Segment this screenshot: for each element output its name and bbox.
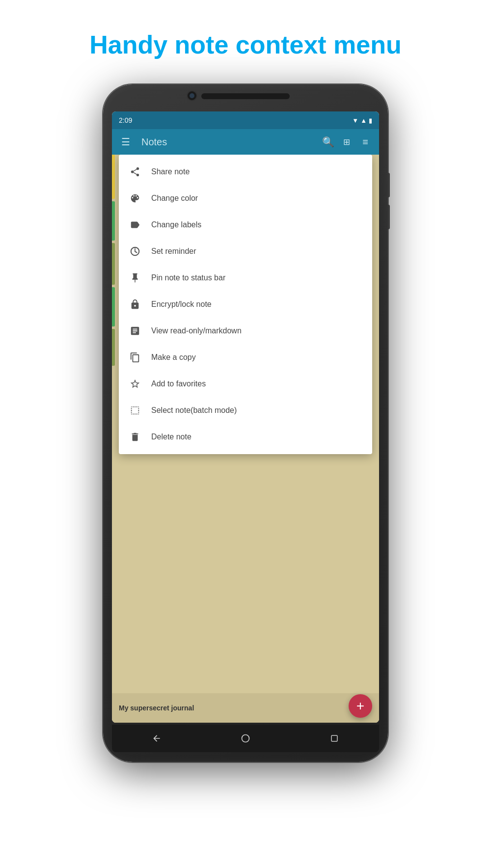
add-favorites-label: Add to favorites	[151, 380, 206, 388]
menu-item-set-reminder[interactable]: Set reminder	[119, 238, 372, 265]
status-icons: ▼ ▲ ▮	[352, 117, 372, 124]
menu-icon[interactable]: ☰	[119, 136, 133, 148]
share-note-label: Share note	[151, 167, 190, 176]
markdown-icon	[129, 325, 141, 337]
menu-item-select-note[interactable]: Select note(batch mode)	[119, 397, 372, 424]
pin-icon	[129, 271, 141, 284]
menu-item-change-labels[interactable]: Change labels	[119, 212, 372, 238]
encrypt-note-label: Encrypt/lock note	[151, 300, 212, 309]
nav-recent-button[interactable]	[326, 730, 343, 747]
menu-item-share[interactable]: Share note	[119, 159, 372, 185]
app-title: Notes	[141, 136, 316, 148]
pin-note-label: Pin note to status bar	[151, 273, 225, 282]
volume-down-btn	[388, 205, 390, 229]
make-copy-label: Make a copy	[151, 353, 196, 362]
svg-point-1	[135, 248, 136, 249]
set-reminder-label: Set reminder	[151, 247, 196, 256]
nav-back-button[interactable]	[148, 730, 165, 747]
alarm-icon	[129, 245, 141, 258]
page-heading: Handy note context menu	[70, 0, 421, 80]
notes-background: ★ ★ Share note	[112, 155, 379, 723]
note-strip-green2	[112, 287, 115, 326]
grid-view-icon[interactable]: ⊞	[340, 137, 354, 147]
phone-device: 2:09 ▼ ▲ ▮ ☰ Notes 🔍 ⊞ ≡ ★ ★	[103, 84, 388, 762]
change-color-label: Change color	[151, 194, 198, 203]
star-outline-icon	[129, 378, 141, 390]
view-markdown-label: View read-only/markdown	[151, 326, 242, 335]
wifi-icon: ▼	[352, 117, 358, 124]
volume-up-btn	[388, 173, 390, 197]
select-icon	[129, 404, 141, 417]
lock-icon	[129, 298, 141, 311]
delete-note-label: Delete note	[151, 433, 191, 441]
svg-rect-3	[331, 735, 337, 741]
share-icon	[129, 165, 141, 178]
note-strip-olive	[112, 243, 115, 285]
app-toolbar: ☰ Notes 🔍 ⊞ ≡	[112, 129, 379, 155]
navigation-bar	[112, 725, 379, 752]
menu-item-make-copy[interactable]: Make a copy	[119, 344, 372, 371]
copy-icon	[129, 351, 141, 364]
search-icon[interactable]: 🔍	[321, 136, 335, 148]
note-strip-green	[112, 201, 115, 241]
phone-speaker	[201, 93, 290, 99]
fab-plus-icon: +	[356, 698, 364, 714]
menu-item-view-markdown[interactable]: View read-only/markdown	[119, 318, 372, 344]
palette-icon	[129, 192, 141, 205]
note-strip-yellow	[112, 155, 115, 199]
select-note-label: Select note(batch mode)	[151, 406, 237, 415]
bottom-note-card[interactable]: My supersecret journal ★	[112, 693, 379, 723]
bottom-note-title: My supersecret journal	[119, 704, 194, 712]
label-icon	[129, 218, 141, 231]
list-view-icon[interactable]: ≡	[358, 136, 372, 148]
phone-screen: 2:09 ▼ ▲ ▮ ☰ Notes 🔍 ⊞ ≡ ★ ★	[112, 111, 379, 723]
signal-icon: ▲	[360, 117, 367, 124]
status-bar: 2:09 ▼ ▲ ▮	[112, 111, 379, 129]
note-strip-olive2	[112, 329, 115, 366]
menu-item-encrypt[interactable]: Encrypt/lock note	[119, 291, 372, 318]
menu-item-add-favorites[interactable]: Add to favorites	[119, 371, 372, 397]
battery-icon: ▮	[369, 117, 372, 124]
svg-point-2	[242, 735, 249, 742]
nav-home-button[interactable]	[237, 730, 254, 747]
menu-item-change-color[interactable]: Change color	[119, 185, 372, 212]
status-time: 2:09	[119, 116, 132, 124]
change-labels-label: Change labels	[151, 220, 201, 229]
trash-icon	[129, 431, 141, 443]
context-menu: Share note Change color	[119, 155, 372, 454]
menu-item-pin-note[interactable]: Pin note to status bar	[119, 265, 372, 291]
menu-item-delete[interactable]: Delete note	[119, 424, 372, 450]
